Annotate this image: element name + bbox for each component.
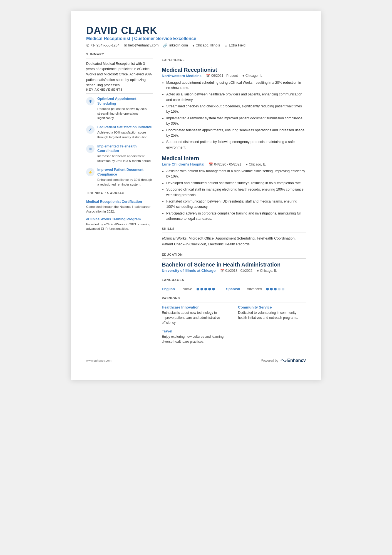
- passion-desc-2: Dedicated to volunteering in community h…: [238, 310, 306, 320]
- passion-title-2: Community Service: [238, 305, 306, 309]
- passion-item-2: Community Service Dedicated to volunteer…: [238, 305, 306, 325]
- education-degree: Bachelor of Science in Health Administra…: [162, 262, 306, 268]
- job-location-2: ● Chicago, IL: [246, 162, 266, 166]
- job-title-2: Medical Intern: [162, 155, 306, 162]
- location-icon: ●: [192, 43, 195, 48]
- passions-grid: Healthcare Innovation Enthusiastic about…: [162, 305, 306, 344]
- skills-divider: [162, 233, 306, 233]
- language-english: English Native: [162, 287, 215, 291]
- achievement-content-2: Led Patient Satisfaction Initiative Achi…: [97, 125, 153, 140]
- experience-divider: [162, 64, 306, 64]
- job-date-1: 📅 06/2021 - Present: [206, 74, 238, 78]
- candidate-subtitle: Medical Receptionist | Customer Service …: [86, 36, 306, 41]
- achievement-item-4: ⚡ Improved Patient Document Compliance E…: [86, 167, 153, 187]
- education-meta: University of Illinois at Chicago 📅 01/2…: [162, 268, 306, 273]
- lang-dots-spanish: [266, 288, 284, 290]
- resume-page: DAVID CLARK Medical Receptionist | Custo…: [71, 11, 321, 380]
- education-section-title: EDUCATION: [162, 253, 306, 256]
- footer-url: www.enhancv.com: [86, 359, 111, 362]
- passion-title-3: Travel: [162, 329, 230, 333]
- bullet-2-1: Assisted with patient flow management in…: [166, 169, 306, 179]
- bullet-2-4: Facilitated communication between IDD re…: [166, 199, 306, 210]
- education-location: ● Chicago, IL: [257, 269, 277, 273]
- left-column: SUMMARY Dedicated Medical Receptionist w…: [86, 53, 153, 344]
- bullet-1-1: Managed appointment scheduling using eCl…: [166, 80, 306, 91]
- training-divider: [86, 197, 153, 197]
- job-bullets-1: Managed appointment scheduling using eCl…: [162, 80, 306, 151]
- training-desc-1: Completed through the National Healthcar…: [86, 204, 153, 214]
- education-school: University of Illinois at Chicago: [162, 268, 216, 273]
- achievement-title-3: Implemented Telehealth Coordination: [97, 144, 153, 153]
- achievement-icon-3: ◫: [86, 145, 95, 153]
- dot-es-2: [270, 288, 273, 290]
- job-bullets-2: Assisted with patient flow management in…: [162, 169, 306, 221]
- passion-title-1: Healthcare Innovation: [162, 305, 230, 309]
- skills-section-title: SKILLS: [162, 227, 306, 230]
- achievements-section-title: KEY ACHIEVEMENTS: [86, 88, 153, 91]
- passion-desc-1: Enthusiastic about new technology to imp…: [162, 310, 230, 325]
- job-title-1: Medical Receptionist: [162, 67, 306, 73]
- job-company-1: Northwestern Medicine: [162, 74, 202, 78]
- training-item-1: Medical Receptionist Certification Compl…: [86, 200, 153, 214]
- achievement-title-2: Led Patient Satisfaction Initiative: [97, 125, 153, 129]
- email-icon: ✉: [124, 43, 127, 48]
- bullet-2-3: Supported clinical staff in managing ele…: [166, 187, 306, 198]
- header: DAVID CLARK Medical Receptionist | Custo…: [86, 25, 306, 48]
- achievement-icon-4: ⚡: [86, 168, 95, 176]
- languages-section-title: LANGUAGES: [162, 278, 306, 282]
- lang-name-spanish: Spanish: [226, 287, 244, 291]
- achievement-icon-1: ✱: [86, 97, 95, 105]
- linkedin-icon: 🔗: [163, 43, 167, 48]
- summary-text: Dedicated Medical Receptionist with 3 ye…: [86, 61, 153, 88]
- achievement-item-1: ✱ Optimized Appointment Scheduling Reduc…: [86, 97, 153, 120]
- contact-phone: ✆ +1-(234)-555-1234: [86, 43, 120, 48]
- footer: www.enhancv.com Powered by Enhancv: [86, 358, 306, 363]
- calendar-icon-2: 📅: [209, 162, 213, 166]
- contact-email: ✉ help@enhancv.com: [124, 43, 159, 48]
- language-spanish: Spanish Advanced: [226, 287, 284, 291]
- contact-extra: ☆ Extra Field: [224, 43, 245, 48]
- passions-divider: [162, 302, 306, 302]
- achievements-divider: [86, 93, 153, 94]
- job-meta-2: Lurie Children's Hospital 📅 04/2020 - 05…: [162, 162, 306, 166]
- training-desc-2: Provided by eClinicalWorks in 2021, cove…: [86, 222, 153, 231]
- pin-icon-1: ●: [242, 74, 244, 78]
- pin-icon-edu: ●: [257, 269, 259, 273]
- bullet-1-6: Supported distressed patients by followi…: [166, 139, 306, 150]
- dot-en-3: [204, 288, 207, 290]
- lang-level-spanish: Advanced: [247, 287, 262, 291]
- passion-item-3: Travel Enjoy exploring new cultures and …: [162, 329, 230, 344]
- achievement-item-3: ◫ Implemented Telehealth Coordination In…: [86, 144, 153, 163]
- job-location-1: ● Chicago, IL: [242, 74, 262, 78]
- training-section-title: TRAINING / COURSES: [86, 191, 153, 194]
- dot-es-4: [278, 288, 281, 290]
- body-columns: SUMMARY Dedicated Medical Receptionist w…: [86, 53, 306, 344]
- pin-icon-2: ●: [246, 162, 248, 166]
- achievement-content-3: Implemented Telehealth Coordination Incr…: [97, 144, 153, 163]
- calendar-icon-edu: 📅: [220, 269, 224, 273]
- passion-desc-3: Enjoy exploring new cultures and learnin…: [162, 334, 230, 344]
- achievement-title-1: Optimized Appointment Scheduling: [97, 97, 153, 106]
- brand-name: Enhancv: [287, 358, 306, 363]
- lang-name-english: English: [162, 287, 180, 291]
- dot-en-2: [200, 288, 203, 290]
- contact-row: ✆ +1-(234)-555-1234 ✉ help@enhancv.com 🔗…: [86, 43, 306, 48]
- bullet-2-2: Developed and distributed patient satisf…: [166, 181, 306, 186]
- bullet-1-5: Coordinated telehealth appointments, ens…: [166, 128, 306, 139]
- education-divider: [162, 258, 306, 259]
- achievement-desc-3: Increased telehealth appointment utiliza…: [97, 154, 153, 163]
- achievement-item-2: ✗ Led Patient Satisfaction Initiative Ac…: [86, 125, 153, 140]
- skills-text: eClinical Works, Microsoft Office, Appoi…: [162, 236, 306, 247]
- dot-es-1: [266, 288, 269, 290]
- training-item-2: eClinicalWorks Training Program Provided…: [86, 217, 153, 231]
- achievement-title-4: Improved Patient Document Compliance: [97, 167, 153, 177]
- passions-section-title: PASSIONS: [162, 297, 306, 300]
- bullet-1-4: Implemented a reminder system that impro…: [166, 116, 306, 127]
- dot-en-4: [208, 288, 211, 290]
- right-column: EXPERIENCE Medical Receptionist Northwes…: [162, 53, 306, 344]
- achievement-desc-1: Reduced patient no-shows by 20%, streaml…: [97, 107, 153, 120]
- calendar-icon-1: 📅: [206, 74, 210, 78]
- achievement-desc-4: Enhanced compliance by 30% through a red…: [97, 177, 153, 187]
- experience-section-title: EXPERIENCE: [162, 58, 306, 61]
- achievement-icon-2: ✗: [86, 125, 95, 134]
